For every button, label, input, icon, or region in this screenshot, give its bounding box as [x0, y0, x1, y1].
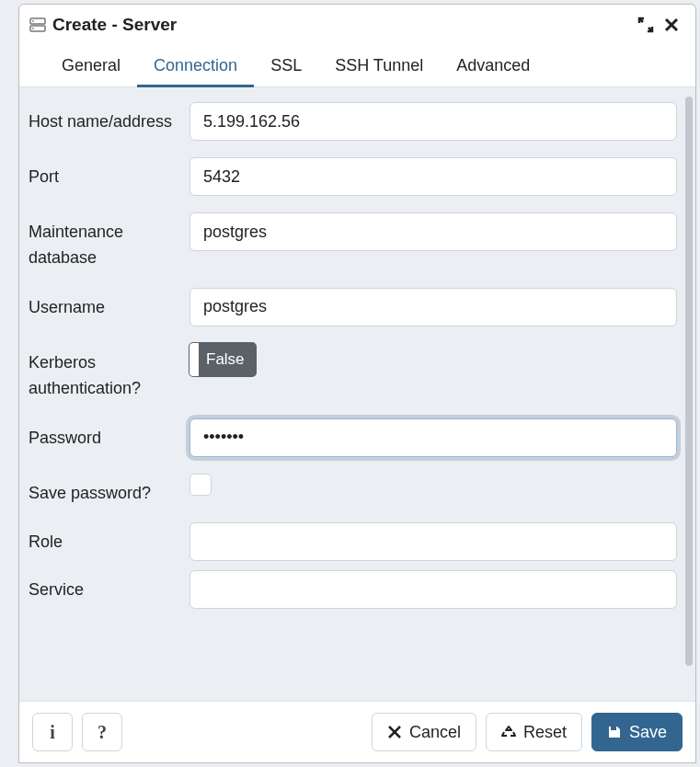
role-input[interactable]: [189, 522, 677, 561]
tab-connection[interactable]: Connection: [137, 47, 254, 86]
dialog-footer: i ? Cancel Reset Save: [19, 701, 695, 762]
port-input[interactable]: [189, 157, 677, 196]
port-label: Port: [29, 157, 189, 190]
tab-general[interactable]: General: [45, 47, 137, 86]
close-icon: [387, 725, 402, 739]
dialog-header: Create - Server: [19, 5, 695, 43]
save-button[interactable]: Save: [591, 713, 683, 751]
maintdb-label: Maintenance database: [29, 212, 189, 271]
reset-label: Reset: [523, 723, 567, 742]
reset-button[interactable]: Reset: [486, 713, 582, 751]
close-button[interactable]: [659, 12, 684, 38]
service-label: Service: [29, 570, 189, 603]
maintdb-input[interactable]: [189, 212, 677, 251]
tab-advanced[interactable]: Advanced: [440, 47, 546, 86]
row-maintdb: Maintenance database: [29, 212, 677, 271]
username-input[interactable]: [189, 288, 677, 326]
help-button[interactable]: ?: [82, 713, 122, 751]
svg-point-3: [32, 28, 34, 29]
form-area: Host name/address Port Maintenance datab…: [19, 87, 695, 701]
cancel-button[interactable]: Cancel: [372, 713, 476, 751]
scrollbar[interactable]: [685, 97, 693, 666]
kerberos-label: Kerberos authentication?: [29, 343, 189, 402]
savepw-checkbox[interactable]: [189, 474, 212, 496]
tab-ssl[interactable]: SSL: [254, 47, 318, 86]
password-label: Password: [29, 418, 189, 452]
row-savepw: Save password?: [29, 474, 677, 507]
row-host: Host name/address: [29, 102, 677, 141]
server-icon: [29, 16, 47, 34]
role-label: Role: [29, 522, 189, 555]
password-input[interactable]: [189, 418, 677, 457]
row-username: Username: [29, 288, 677, 326]
expand-button[interactable]: [633, 12, 659, 38]
kerberos-toggle-label: False: [199, 350, 256, 369]
dialog-body: Host name/address Port Maintenance datab…: [19, 87, 695, 701]
username-label: Username: [29, 288, 189, 321]
save-label: Save: [629, 723, 667, 742]
create-server-dialog: Create - Server General Connection SSL S…: [18, 4, 696, 763]
dialog-title: Create - Server: [52, 15, 633, 35]
savepw-label: Save password?: [29, 474, 189, 507]
row-port: Port: [29, 157, 677, 196]
tab-bar: General Connection SSL SSH Tunnel Advanc…: [19, 43, 695, 87]
row-role: Role: [29, 522, 677, 561]
svg-point-2: [32, 20, 34, 22]
kerberos-toggle[interactable]: False: [189, 343, 256, 376]
info-button[interactable]: i: [32, 713, 73, 751]
host-label: Host name/address: [29, 102, 189, 135]
cancel-label: Cancel: [409, 723, 461, 742]
service-input[interactable]: [189, 570, 677, 609]
row-service: Service: [29, 570, 677, 609]
save-icon: [607, 725, 622, 739]
row-password: Password: [29, 418, 677, 457]
recycle-icon: [501, 725, 516, 739]
host-input[interactable]: [189, 102, 677, 141]
row-kerberos: Kerberos authentication? False: [29, 343, 677, 402]
tab-ssh-tunnel[interactable]: SSH Tunnel: [318, 47, 440, 86]
